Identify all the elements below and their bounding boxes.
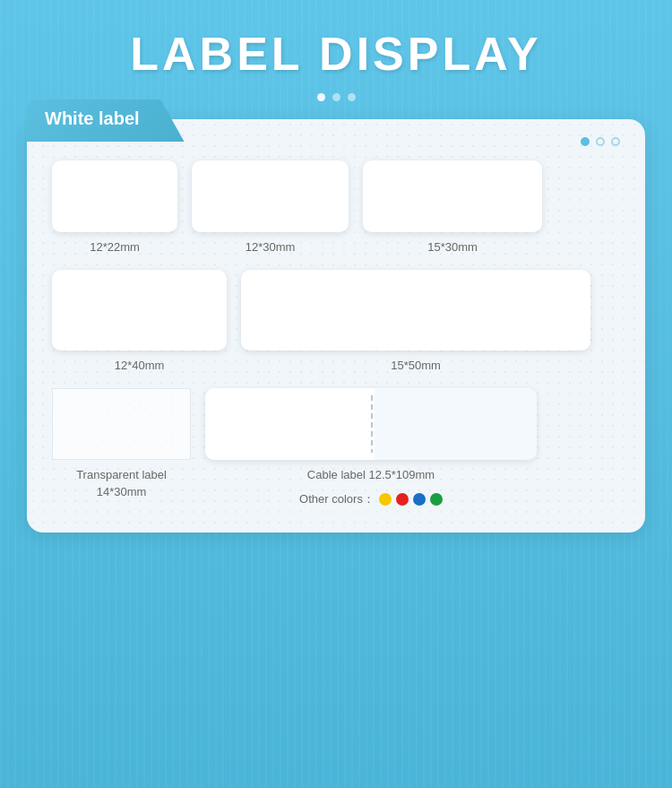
page-title: LABEL DISPLAY [130,27,541,81]
tab-label: White label [45,108,140,128]
label-size-15x30: 15*30mm [427,239,478,255]
label-box-12x30 [192,160,349,232]
label-box-cable [205,388,537,460]
color-dot-red [396,493,409,506]
label-size-12x22: 12*22mm [90,239,140,255]
label-item-12x40: 12*40mm [52,270,227,374]
white-label-tab[interactable]: White label [27,100,185,142]
label-size-12x40: 12*40mm [115,358,165,374]
color-dot-green [430,493,443,506]
label-display-card: White label 12*22mm 12*30mm 1 [27,119,645,533]
other-colors-label: Other colors： [299,491,375,507]
cable-fold-left [205,388,371,460]
label-box-transparent [52,388,191,460]
label-item-15x50: 15*50mm [241,270,590,374]
cable-fold-right [375,388,537,460]
label-item-12x30: 12*30mm [192,160,349,255]
color-dot-yellow [379,493,392,506]
label-item-transparent: Transparent label 14*30mm [52,388,191,507]
labels-grid: 12*22mm 12*30mm 15*30mm 12*40mm [52,160,620,507]
top-pagination-dots [317,93,356,101]
label-transparent-text: Transparent label 14*30mm [76,467,167,499]
label-size-12x30: 12*30mm [246,239,296,255]
card-dot-2[interactable] [596,137,605,146]
top-dot-1[interactable] [317,93,325,101]
labels-row-3: Transparent label 14*30mm Cable label 12… [52,388,620,507]
labels-row-1: 12*22mm 12*30mm 15*30mm [52,160,620,255]
row3-right: Cable label 12.5*109mm Other colors： [205,388,537,507]
label-box-15x50 [241,270,590,351]
labels-row-2: 12*40mm 15*50mm [52,270,620,374]
label-item-15x30: 15*30mm [363,160,542,255]
label-item-12x22: 12*22mm [52,160,177,255]
label-box-12x22 [52,160,177,232]
cable-label-text: Cable label 12.5*109mm [307,467,435,483]
other-colors-row: Other colors： [299,491,443,507]
color-dot-blue [413,493,426,506]
top-dot-3[interactable] [348,93,356,101]
card-dot-1[interactable] [581,137,590,146]
label-box-12x40 [52,270,227,351]
label-size-15x50: 15*50mm [391,358,441,374]
card-dot-3[interactable] [611,137,620,146]
page-wrapper: LABEL DISPLAY White label 12*22mm [0,0,672,788]
top-dot-2[interactable] [332,93,340,101]
label-box-15x30 [363,160,542,232]
